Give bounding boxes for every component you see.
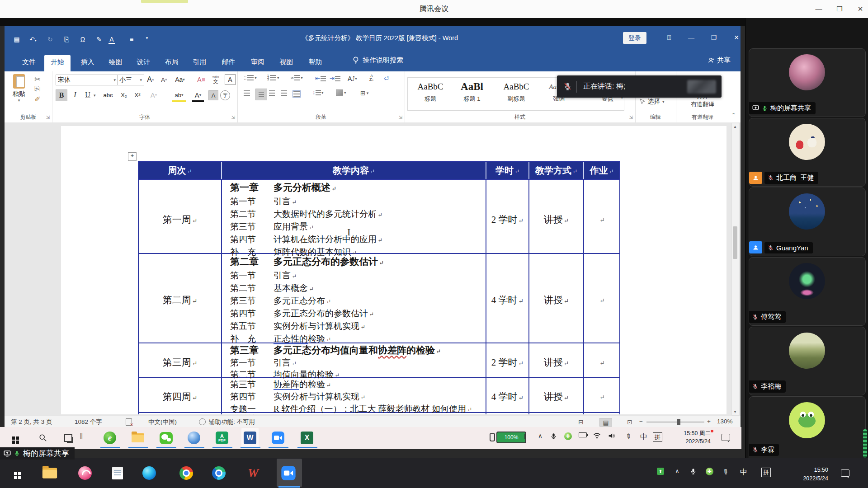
format-painter-icon[interactable]: ✐: [33, 95, 42, 103]
justify-button[interactable]: [281, 90, 287, 96]
underline-a-icon[interactable]: A: [108, 36, 115, 44]
task-view-icon[interactable]: [61, 431, 76, 445]
tray-green-icon[interactable]: ⬆: [655, 468, 666, 475]
tab-view[interactable]: 视图: [274, 55, 299, 71]
italic-button[interactable]: I: [70, 89, 80, 100]
zoom-slider-thumb[interactable]: [677, 419, 680, 425]
participant-tile[interactable]: 梅的屏幕共享: [749, 48, 866, 117]
zoom-in-icon[interactable]: +: [707, 418, 711, 425]
asian-layout-button[interactable]: A⤴▾: [348, 75, 357, 82]
scroll-down-icon[interactable]: ▼: [733, 410, 737, 414]
minimize-icon[interactable]: —: [811, 4, 826, 14]
battery-indicator[interactable]: 100%: [496, 432, 526, 443]
scroll-up-icon[interactable]: ▲: [733, 125, 737, 129]
copy-small-icon[interactable]: ⎘: [33, 85, 42, 93]
tray-expand-icon[interactable]: ∧: [672, 468, 683, 474]
shrink-font-button[interactable]: A˅: [159, 74, 170, 85]
copy-icon[interactable]: ⎘: [60, 36, 73, 43]
tray-expand-icon[interactable]: ∧: [535, 432, 545, 439]
tab-home[interactable]: 开始: [44, 55, 71, 71]
multilevel-list-button[interactable]: ¹a▾: [291, 75, 303, 80]
grow-font-button[interactable]: A˄: [145, 74, 156, 85]
enclose-character-button[interactable]: 字: [220, 90, 230, 100]
ime-pinyin[interactable]: 拼: [653, 432, 662, 442]
numbering-button[interactable]: 123▾: [267, 75, 279, 80]
action-center-icon[interactable]: [722, 434, 730, 441]
collapse-ribbon-icon[interactable]: ⌃: [731, 112, 736, 118]
browser-globe-icon[interactable]: [186, 431, 202, 445]
font-launcher-icon[interactable]: ⇲: [231, 115, 235, 120]
excel-app-icon[interactable]: X: [299, 431, 315, 445]
start-button[interactable]: [6, 465, 24, 482]
table-move-handle-icon[interactable]: +: [128, 152, 137, 161]
meeting-app-icon[interactable]: [270, 431, 286, 445]
redo-icon[interactable]: ↻: [43, 36, 57, 43]
text-effects-button[interactable]: A▾: [148, 89, 160, 100]
tab-help[interactable]: 帮助: [303, 55, 328, 71]
strikethrough-button[interactable]: abc: [101, 89, 115, 100]
styles-launcher-icon[interactable]: ⇲: [629, 115, 633, 120]
notepad-icon[interactable]: [108, 465, 127, 482]
draw-icon[interactable]: ✎: [92, 36, 106, 43]
tray-speaker-icon[interactable]: [606, 432, 617, 439]
shared-clock[interactable]: 15:50 周二 2022/5/24: [669, 429, 711, 446]
tab-review[interactable]: 审阅: [245, 55, 270, 71]
tray-360-icon[interactable]: ✚: [562, 432, 573, 440]
phonetic-guide-button[interactable]: wén文: [210, 73, 221, 85]
sort-button[interactable]: AZ↓: [369, 74, 374, 81]
zoom-out-icon[interactable]: −: [639, 418, 643, 425]
cut-icon[interactable]: ✂: [33, 75, 42, 83]
change-case-button[interactable]: Aa▾: [173, 74, 187, 85]
paste-button[interactable]: 粘贴 ▾: [9, 74, 29, 103]
document-area[interactable]: + I 周次 教学内容 学时 教学方式 作业 第一周: [5, 122, 741, 416]
tab-design[interactable]: 设计: [131, 55, 156, 71]
accessibility-status[interactable]: 辅助功能: 不可用: [209, 418, 255, 426]
qat-more-icon[interactable]: ▾: [140, 36, 154, 40]
style-heading1[interactable]: AaBl 标题 1: [452, 80, 492, 103]
tray-wifi-icon[interactable]: [591, 432, 602, 439]
participant-tile[interactable]: 北工商_王健: [749, 118, 866, 187]
scroll-thumb[interactable]: [733, 226, 737, 259]
file-explorer-icon[interactable]: [41, 465, 59, 482]
participant-tile[interactable]: 傅莺莺: [749, 257, 866, 326]
word-count[interactable]: 1082 个字: [75, 418, 102, 426]
select-button[interactable]: 选择▾: [640, 98, 665, 106]
doc-scrollbar[interactable]: ▲ ▼: [731, 123, 740, 416]
participant-tile[interactable]: GuangYan: [749, 188, 866, 256]
underline-dropdown-icon[interactable]: ▾: [94, 93, 96, 98]
clipboard-launcher-icon[interactable]: ⇲: [46, 115, 50, 120]
align-left-button[interactable]: [244, 90, 250, 96]
clock[interactable]: 15:50 2022/5/24: [785, 466, 828, 483]
word-minimize-icon[interactable]: —: [684, 34, 698, 41]
browser-alt-icon[interactable]: [210, 465, 228, 482]
close-icon[interactable]: ✕: [853, 4, 868, 14]
tab-mailings[interactable]: 邮件: [216, 55, 241, 71]
style-subtitle[interactable]: AaBbC 副标题: [496, 80, 536, 103]
clear-format-button[interactable]: A: [196, 74, 207, 85]
paragraph-launcher-icon[interactable]: ⇲: [399, 115, 402, 120]
meeting-app-icon[interactable]: [279, 465, 297, 482]
browser-e-icon[interactable]: e: [102, 431, 118, 445]
wps-icon[interactable]: W: [244, 465, 262, 482]
highlight-button[interactable]: ab▾: [172, 89, 186, 102]
undo-icon[interactable]: ↶▾: [26, 36, 40, 43]
increase-indent-button[interactable]: ⇥: [330, 75, 340, 82]
read-mode-icon[interactable]: ⊟: [575, 418, 587, 426]
file-explorer-icon[interactable]: [130, 431, 146, 445]
font-color-button[interactable]: A▾: [192, 89, 204, 102]
participant-tile[interactable]: 李裕梅: [749, 327, 866, 395]
align-icon[interactable]: ≡: [125, 36, 138, 43]
language-indicator[interactable]: 中文(中国): [148, 418, 177, 426]
print-layout-icon[interactable]: ▤: [599, 418, 612, 427]
shared-search-icon[interactable]: [35, 431, 51, 445]
align-right-button[interactable]: [269, 90, 275, 96]
omega-icon[interactable]: Ω: [76, 36, 90, 43]
tray-battery-icon[interactable]: [577, 432, 589, 437]
zoom-slider-track[interactable]: [646, 422, 704, 422]
ime-pinyin[interactable]: 拼: [761, 468, 771, 477]
pdf-app-icon[interactable]: APDF: [214, 431, 230, 445]
pink-app-icon[interactable]: [76, 465, 94, 482]
style-title[interactable]: AaBbC 标题: [410, 80, 450, 103]
tab-insert[interactable]: 插入: [75, 55, 100, 71]
edge-icon[interactable]: [140, 465, 158, 482]
